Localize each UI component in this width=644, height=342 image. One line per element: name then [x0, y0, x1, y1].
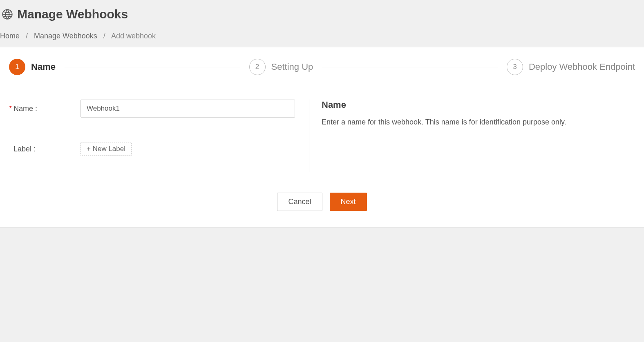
name-input[interactable] — [80, 100, 295, 118]
form-help-panel: Name Enter a name for this webhook. This… — [309, 100, 635, 172]
breadcrumb-separator: / — [103, 32, 105, 40]
step-circle-2: 2 — [249, 59, 266, 75]
required-asterisk: * — [9, 104, 12, 113]
breadcrumb: Home / Manage Webhooks / Add webhook — [0, 29, 644, 47]
step-2[interactable]: 2 Setting Up — [249, 59, 313, 75]
label-label: *Label : — [9, 145, 80, 153]
step-3[interactable]: 3 Deploy Webhook Endpoint — [507, 59, 635, 75]
form-row-label: *Label : + New Label — [9, 142, 297, 156]
page-header: Manage Webhooks Home / Manage Webhooks /… — [0, 0, 644, 47]
step-line — [65, 67, 240, 67]
stepper: 1 Name 2 Setting Up 3 Deploy Webhook End… — [0, 47, 644, 87]
step-1[interactable]: 1 Name — [9, 59, 56, 75]
content-panel: 1 Name 2 Setting Up 3 Deploy Webhook End… — [0, 47, 644, 228]
breadcrumb-current: Add webhook — [111, 32, 156, 40]
step-line — [322, 67, 498, 67]
page-title: Manage Webhooks — [17, 7, 128, 21]
help-title: Name — [322, 100, 635, 110]
help-text: Enter a name for this webhook. This name… — [322, 117, 635, 128]
new-label-button[interactable]: + New Label — [80, 142, 132, 156]
step-label-1: Name — [31, 62, 56, 72]
step-circle-3: 3 — [507, 59, 523, 75]
breadcrumb-home[interactable]: Home — [0, 32, 20, 40]
step-circle-1: 1 — [9, 59, 25, 75]
cancel-button[interactable]: Cancel — [277, 193, 322, 211]
title-row: Manage Webhooks — [0, 4, 644, 29]
next-button[interactable]: Next — [330, 193, 367, 211]
breadcrumb-separator: / — [26, 32, 28, 40]
breadcrumb-manage-webhooks[interactable]: Manage Webhooks — [34, 32, 97, 40]
step-label-3: Deploy Webhook Endpoint — [529, 62, 635, 72]
globe-icon — [2, 9, 13, 20]
form-left: *Name : *Label : + New Label — [9, 100, 309, 172]
step-label-2: Setting Up — [271, 62, 313, 72]
form-area: *Name : *Label : + New Label Name Enter … — [0, 87, 644, 184]
form-row-name: *Name : — [9, 100, 297, 118]
name-label-text: Name : — [13, 104, 37, 113]
button-row: Cancel Next — [0, 184, 644, 227]
label-label-text: Label : — [13, 145, 36, 153]
name-label: *Name : — [9, 104, 80, 113]
